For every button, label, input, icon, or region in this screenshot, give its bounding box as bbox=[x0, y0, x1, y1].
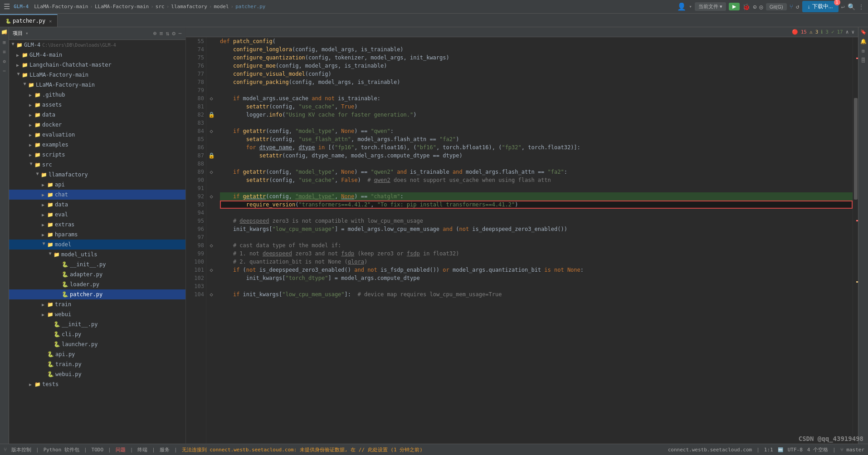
tree-patcher-py[interactable]: ▶ 🐍 patcher.py bbox=[9, 289, 185, 299]
tree-data2[interactable]: ▶ 📁 data bbox=[9, 200, 185, 210]
tree-docker[interactable]: ▶ 📁 docker bbox=[9, 120, 185, 130]
tree-langchain[interactable]: ▶ 📁 Langchain-Chatchat-master bbox=[9, 60, 185, 70]
line-number: 55 bbox=[186, 37, 204, 45]
breadcrumb-item-2[interactable]: LLaMA-Factory-main bbox=[95, 4, 149, 10]
notification-icon[interactable]: 🔔 bbox=[860, 39, 867, 44]
git-icon[interactable]: ⑂ bbox=[790, 3, 793, 10]
sidebar-gear-icon[interactable]: ⚙ bbox=[172, 30, 176, 37]
chevron-up-icon[interactable]: ∧ bbox=[846, 29, 849, 35]
tree-adapter-py[interactable]: ▶ 🐍 adapter.py bbox=[9, 269, 185, 279]
chevron-down-icon[interactable]: ∨ bbox=[851, 29, 854, 35]
line-number: 101 bbox=[186, 266, 204, 274]
watermark-text: CSDN @qq_43919498 bbox=[799, 435, 863, 442]
line-number: 96 bbox=[186, 225, 204, 233]
code-area[interactable]: def patch_config( configure_longlora(con… bbox=[216, 37, 853, 444]
sidebar-collapse-icon[interactable]: ≡ bbox=[160, 30, 163, 37]
sync-icon[interactable]: ↺ bbox=[796, 3, 800, 10]
tree-extras[interactable]: ▶ 📁 extras bbox=[9, 220, 185, 230]
tree-src[interactable]: ▶ 📁 src bbox=[9, 160, 185, 170]
tree-cli-py[interactable]: ▶ 🐍 cli.py bbox=[9, 329, 185, 339]
tree-webui-py[interactable]: ▶ 🐍 webui.py bbox=[9, 369, 185, 379]
gutter-cell bbox=[206, 201, 216, 209]
status-vcs-icon[interactable]: ⑂ bbox=[4, 446, 7, 453]
tree-llamafactory[interactable]: ▶ 📁 llamafactory bbox=[9, 170, 185, 180]
app-menu-icon[interactable]: ☰ bbox=[4, 2, 10, 11]
download-container: 1 ↓ 下载中... bbox=[802, 1, 839, 12]
coverage-icon[interactable]: ⊙ bbox=[753, 3, 756, 10]
tree-api-py[interactable]: ▶ 🐍 api.py bbox=[9, 349, 185, 359]
sidebar-locate-icon[interactable]: ⊕ bbox=[153, 30, 157, 37]
debug-icon[interactable]: 🐞 bbox=[742, 3, 750, 10]
tree-llama-inner[interactable]: ▶ 📁 LLaMA-Factory-main bbox=[9, 80, 185, 90]
tree-launcher-py[interactable]: ▶ 🐍 launcher.py bbox=[9, 339, 185, 349]
undo-icon[interactable]: ↩ bbox=[841, 3, 845, 10]
status-problems[interactable]: 问题 bbox=[116, 446, 126, 453]
breadcrumb-item-1[interactable]: LLaMA-Factory-main bbox=[34, 4, 88, 10]
profiler-icon[interactable]: ◎ bbox=[759, 3, 763, 10]
arrow: ▶ bbox=[29, 103, 34, 108]
sidebar-sort-icon[interactable]: ⇅ bbox=[166, 30, 170, 37]
settings-icon[interactable]: ⚙ bbox=[3, 59, 6, 64]
status-python[interactable]: Python 软件包 bbox=[44, 446, 79, 453]
tree-github[interactable]: ▶ 📁 .github bbox=[9, 90, 185, 100]
tab-patcher-py[interactable]: 🐍 patcher.py ✕ bbox=[0, 14, 58, 27]
tree-scripts[interactable]: ▶ 📁 scripts bbox=[9, 150, 185, 160]
tree-loader-py[interactable]: ▶ 🐍 loader.py bbox=[9, 279, 185, 289]
structure-icon[interactable]: ⊞ bbox=[3, 39, 6, 45]
tree-model-utils[interactable]: ▶ 📁 model_utils bbox=[9, 250, 185, 259]
user-icon[interactable]: 👤 bbox=[677, 2, 686, 11]
code-scrollbar[interactable] bbox=[853, 37, 858, 444]
tree-hparams[interactable]: ▶ 📁 hparams bbox=[9, 230, 185, 240]
gutter-cell: ◇ bbox=[206, 241, 216, 250]
tree-webui[interactable]: ▶ 📁 webui bbox=[9, 309, 185, 319]
tree-train-py[interactable]: ▶ 🐍 train.py bbox=[9, 359, 185, 369]
breadcrumb-item-4[interactable]: llamafactory bbox=[171, 4, 207, 10]
layout-icon[interactable]: ⊞ bbox=[862, 48, 865, 54]
bookmark-icon[interactable]: 🔖 bbox=[860, 29, 867, 35]
dropdown-arrow[interactable]: ▾ bbox=[689, 4, 692, 10]
sidebar-minus-icon[interactable]: − bbox=[178, 30, 182, 37]
tree-model[interactable]: ▶ 📁 model bbox=[9, 240, 185, 250]
tree-init-py-lf[interactable]: ▶ 🐍 __init__.py bbox=[9, 319, 185, 329]
vcs-icon[interactable]: ≡ bbox=[3, 49, 6, 55]
code-content[interactable]: 55 74 75 76 77 78 79 80 81 82 83 84 85 8… bbox=[186, 37, 858, 444]
tree-init-py-mu[interactable]: ▶ 🐍 __init__.py bbox=[9, 259, 185, 269]
status-todo[interactable]: TODO bbox=[92, 447, 104, 453]
tab-close-button[interactable]: ✕ bbox=[49, 19, 52, 24]
tree-api[interactable]: ▶ 📁 api bbox=[9, 180, 185, 190]
project-icon[interactable]: 📁 bbox=[1, 29, 8, 36]
breadcrumb-item-3[interactable]: src bbox=[156, 4, 165, 10]
tree-llama-outer[interactable]: ▶ 📁 LLaMA-Factory-main bbox=[9, 70, 185, 80]
git-button[interactable]: Git(G) bbox=[766, 3, 787, 10]
tree-examples[interactable]: ▶ 📁 examples bbox=[9, 140, 185, 150]
arrow: ▶ bbox=[29, 162, 34, 167]
code-line-87: setattr(config, dtype_name, model_args.c… bbox=[220, 152, 853, 160]
tree-glm4main[interactable]: ▶ 📁 GLM-4-main bbox=[9, 50, 185, 60]
gutter-cell: ◇ bbox=[206, 168, 216, 176]
current-file-button[interactable]: 当前文件 ▾ bbox=[695, 2, 726, 11]
tree-chat[interactable]: ▶ 📁 chat bbox=[9, 190, 185, 200]
tree-data[interactable]: ▶ 📁 data bbox=[9, 110, 185, 120]
download-button[interactable]: ↓ 下载中... bbox=[802, 1, 839, 12]
item-label: __init__.py bbox=[62, 321, 98, 328]
status-terminal[interactable]: 终端 bbox=[137, 446, 147, 453]
breadcrumb-item-5[interactable]: model bbox=[214, 4, 229, 10]
gutter-cell: ◇ bbox=[206, 94, 216, 103]
search-icon[interactable]: 🔍 bbox=[848, 3, 855, 10]
tree-evaluation[interactable]: ▶ 📁 evaluation bbox=[9, 130, 185, 140]
sidebar-dropdown[interactable]: ▾ bbox=[25, 30, 29, 36]
folder-icon: 📁 bbox=[34, 112, 41, 118]
more-icon[interactable]: ⋮ bbox=[858, 3, 864, 10]
run-button[interactable]: ▶ bbox=[729, 3, 740, 10]
status-services[interactable]: 服务 bbox=[160, 446, 170, 453]
status-version-control[interactable]: 版本控制 bbox=[11, 446, 31, 453]
tree-train[interactable]: ▶ 📁 train bbox=[9, 299, 185, 309]
breadcrumb-sep-3: › bbox=[166, 4, 170, 10]
tree-eval[interactable]: ▶ 📁 eval bbox=[9, 210, 185, 220]
database-icon[interactable]: 🗄 bbox=[861, 58, 866, 64]
tree-root[interactable]: ▶ 📁 GLM-4 C:\Users\DB\Downloads\GLM-4 bbox=[9, 40, 185, 50]
folder-icon: 📁 bbox=[34, 162, 41, 168]
minus-icon[interactable]: − bbox=[3, 68, 6, 74]
tree-assets[interactable]: ▶ 📁 assets bbox=[9, 100, 185, 110]
tree-tests[interactable]: ▶ 📁 tests bbox=[9, 379, 185, 389]
